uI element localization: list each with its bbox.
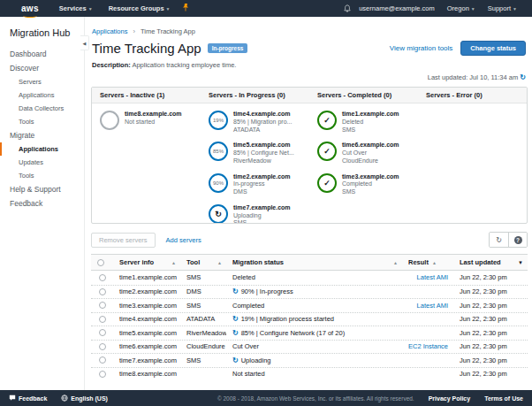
footer-language-button[interactable]: English (US) xyxy=(61,395,108,402)
cell-server-info: time7.example.com xyxy=(113,356,180,364)
result-link[interactable]: Latest AMI xyxy=(417,302,448,310)
panel-column-0: time8.example.comNot started xyxy=(92,103,201,224)
spinner-icon: ↻ xyxy=(232,329,239,337)
server-card[interactable]: 19%time4.example.com85% | Migration pro.… xyxy=(209,111,309,134)
cell-migration-status: Deleted xyxy=(226,273,402,281)
server-card[interactable]: ↻time7.example.comUploadingSMS xyxy=(209,204,309,224)
server-status-line: Not started xyxy=(125,119,182,126)
result-link[interactable]: Latest AMI xyxy=(417,273,448,281)
breadcrumb-applications-link[interactable]: Applications xyxy=(92,27,127,35)
panel-column-header-3: Servers - Error (0) xyxy=(418,88,527,103)
spinner-icon: ↻ xyxy=(232,287,239,295)
cell-last-updated: Jun 22, 2:30 pm xyxy=(453,273,528,281)
result-link[interactable]: EC2 Instance xyxy=(408,342,448,350)
sidebar-item-applications[interactable]: Applications xyxy=(0,88,84,102)
aws-logo[interactable]: aws xyxy=(21,0,39,18)
server-card-text: time3.example.comCompletedSMS xyxy=(342,173,399,196)
table-row[interactable]: time5.example.comRiverMeadow↻85% | Confi… xyxy=(91,326,528,340)
table-refresh-button[interactable]: ↻ xyxy=(490,233,508,247)
panel-column-2: ✓time1.example.comDeletedSMS✓time6.examp… xyxy=(309,103,418,224)
server-card[interactable]: 90%time2.example.comIn-progressDMS xyxy=(209,173,309,196)
sidebar-item-data-collectors[interactable]: Data Collectors xyxy=(0,102,84,115)
progress-ring-icon: 90% xyxy=(209,173,228,193)
row-checkbox[interactable] xyxy=(99,274,106,281)
server-card[interactable]: ✓time6.example.comCut OverCloudEndure xyxy=(317,142,418,165)
table-row[interactable]: time7.example.comSMS↻UploadingJun 22, 2:… xyxy=(91,353,528,367)
notifications-bell-icon[interactable] xyxy=(344,4,351,12)
panel-column-header-2: Servers - Completed (0) xyxy=(309,88,418,103)
migration-status-text: Uploading xyxy=(241,356,271,364)
col-last-updated[interactable]: Last updated▼ xyxy=(453,255,528,270)
footer-privacy-link[interactable]: Privacy Policy xyxy=(429,395,470,402)
col-result[interactable]: Result▲ xyxy=(402,255,453,270)
cell-last-updated: Jun 22, 2:30 pm xyxy=(453,370,528,378)
sidebar-item-applications[interactable]: Applications xyxy=(0,142,84,156)
table-help-button[interactable]: ? xyxy=(508,233,527,247)
server-tool-line: DMS xyxy=(233,188,291,196)
table-row[interactable]: time8.example.comNot startedJun 22, 2:30… xyxy=(91,367,528,381)
view-migration-tools-link[interactable]: View migration tools xyxy=(390,44,452,52)
server-card[interactable]: ✓time1.example.comDeletedSMS xyxy=(317,111,418,134)
remove-servers-button[interactable]: Remove servers xyxy=(91,233,156,248)
sidebar-collapse-toggle[interactable]: ◀ xyxy=(80,35,89,50)
sidebar-item-dashboard[interactable]: Dashboard xyxy=(0,47,84,61)
migration-status-text: Cut Over xyxy=(232,342,259,350)
cell-server-info: time3.example.com xyxy=(113,302,180,310)
server-card-text: time5.example.com85% | Configure Net...R… xyxy=(233,142,294,165)
table-row[interactable]: time1.example.comSMSDeletedLatest AMIJun… xyxy=(91,271,528,285)
footer-terms-link[interactable]: Terms of Use xyxy=(484,395,523,402)
table-body: time1.example.comSMSDeletedLatest AMIJun… xyxy=(91,271,528,380)
nav-support-menu[interactable]: Support▼ xyxy=(488,4,517,12)
server-status-line: Uploading xyxy=(233,212,291,220)
row-checkbox[interactable] xyxy=(99,371,106,378)
sort-desc-icon: ▼ xyxy=(518,260,523,265)
sidebar-item-help-support[interactable]: Help & Support xyxy=(0,182,84,196)
sidebar-item-updates[interactable]: Updates xyxy=(0,156,84,169)
add-servers-link[interactable]: Add servers xyxy=(166,236,201,244)
nav-region-menu[interactable]: Oregon▼ xyxy=(447,4,475,12)
row-checkbox[interactable] xyxy=(99,329,106,336)
table-row[interactable]: time6.example.comCloudEndureCut OverEC2 … xyxy=(91,340,528,354)
server-tool-line: RiverMeadow xyxy=(233,157,294,165)
sidebar-item-discover[interactable]: Discover xyxy=(0,61,84,75)
migration-status-text: Deleted xyxy=(232,273,255,281)
chevron-down-icon: ▼ xyxy=(471,6,475,11)
col-tool[interactable]: Tool▲ xyxy=(180,255,226,270)
server-card[interactable]: ✓time3.example.comCompletedSMS xyxy=(317,173,418,196)
cell-tool: SMS xyxy=(180,302,226,310)
chevron-down-icon: ▼ xyxy=(513,6,517,11)
table-row[interactable]: time4.example.comATADATA↻19% | Migration… xyxy=(91,312,528,326)
server-card[interactable]: 85%time5.example.com85% | Configure Net.… xyxy=(209,142,309,165)
table-row[interactable]: time3.example.comSMSCompletedLatest AMIJ… xyxy=(91,298,528,312)
cell-result: Latest AMI xyxy=(402,273,453,281)
row-checkbox[interactable] xyxy=(99,302,106,309)
nav-username-menu[interactable]: username@example.com xyxy=(359,4,435,12)
table-row[interactable]: time2.example.comDMS↻90% | In-progressJu… xyxy=(91,285,528,299)
nav-resource-groups-menu[interactable]: Resource Groups▼ xyxy=(109,4,171,12)
sidebar-item-tools[interactable]: Tools xyxy=(0,115,84,128)
change-status-button[interactable]: Change status xyxy=(460,41,526,56)
status-badge: In-progress xyxy=(208,43,248,53)
refresh-icon[interactable]: ↻ xyxy=(520,73,526,81)
server-card[interactable]: time8.example.comNot started xyxy=(100,111,201,130)
sidebar-item-feedback[interactable]: Feedback xyxy=(0,196,84,211)
nav-services-menu[interactable]: Services▼ xyxy=(59,4,93,12)
cell-server-info: time2.example.com xyxy=(113,287,180,295)
row-checkbox[interactable] xyxy=(99,288,106,295)
sidebar-item-servers[interactable]: Servers xyxy=(0,75,84,88)
row-checkbox[interactable] xyxy=(99,343,106,350)
footer-bar: Feedback English (US) © 2008 - 2018, Ama… xyxy=(0,390,532,406)
cell-server-info: time6.example.com xyxy=(113,342,180,350)
server-status-line: In-progress xyxy=(233,180,291,188)
sidebar-item-migrate[interactable]: Migrate xyxy=(0,128,84,142)
select-all-checkbox[interactable] xyxy=(97,259,104,266)
col-migration-status[interactable]: Migration status▲ xyxy=(226,255,402,270)
footer-feedback-button[interactable]: Feedback xyxy=(9,395,47,402)
col-server-info[interactable]: Server info▲ xyxy=(113,255,180,270)
sidebar-item-tools[interactable]: Tools xyxy=(0,169,84,182)
migration-status-text: Completed xyxy=(232,302,264,310)
description-row: Description: Application tracking employ… xyxy=(86,56,532,69)
row-checkbox[interactable] xyxy=(99,356,106,364)
pin-icon[interactable] xyxy=(182,4,189,13)
row-checkbox[interactable] xyxy=(99,316,106,323)
